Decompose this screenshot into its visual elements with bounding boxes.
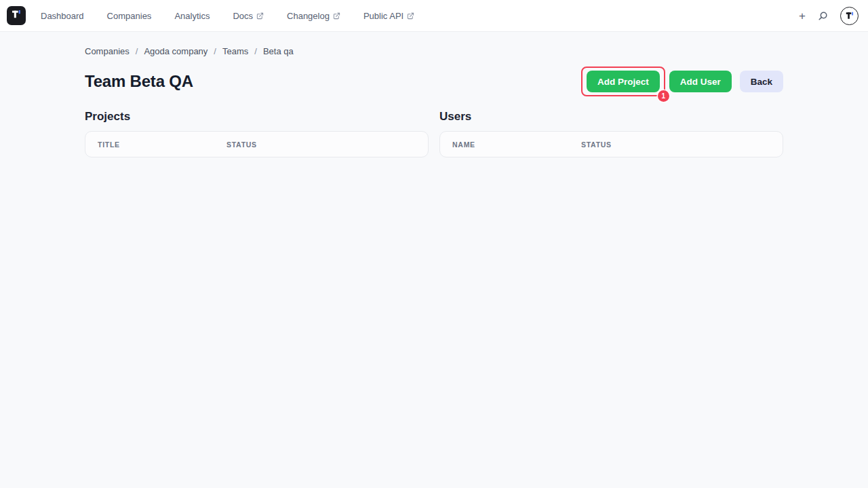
breadcrumb-separator: / [214, 46, 216, 56]
projects-table: TITLE STATUS [85, 131, 429, 157]
user-avatar[interactable] [840, 7, 859, 25]
nav-item-label: Companies [107, 11, 152, 21]
page-title: Team Beta QA [85, 72, 193, 91]
external-link-icon [256, 12, 264, 20]
plus-icon[interactable]: + [799, 10, 806, 22]
add-project-button[interactable]: Add Project [587, 71, 660, 92]
nav-item-label: Docs [233, 11, 253, 21]
nav-item-docs[interactable]: Docs [233, 11, 264, 21]
breadcrumb-beta-qa[interactable]: Beta qa [263, 46, 294, 56]
column-header-title: TITLE [98, 140, 226, 149]
top-nav: Dashboard Companies Analytics Docs Chang… [0, 0, 868, 32]
app-logo[interactable] [7, 6, 26, 25]
column-header-status: STATUS [581, 140, 770, 149]
nav-item-changelog[interactable]: Changelog [287, 11, 340, 21]
nav-item-companies[interactable]: Companies [107, 11, 152, 21]
external-link-icon [407, 12, 414, 20]
breadcrumb-separator: / [136, 46, 138, 56]
add-user-button[interactable]: Add User [669, 71, 732, 92]
annotation-highlight-box: Add Project 1 [581, 67, 665, 96]
page-actions: Add Project 1 Add User Back [581, 67, 783, 96]
search-icon[interactable] [817, 10, 829, 22]
nav-item-label: Public API [363, 11, 403, 21]
breadcrumb: Companies / Agoda company / Teams / Beta… [85, 32, 783, 56]
t-logo-icon [11, 9, 22, 22]
t-logo-icon [845, 11, 854, 20]
projects-section: Projects TITLE STATUS [85, 110, 429, 157]
nav-item-label: Dashboard [41, 11, 84, 21]
users-section: Users NAME STATUS [439, 110, 783, 157]
projects-heading: Projects [85, 110, 429, 124]
breadcrumb-teams[interactable]: Teams [222, 46, 248, 56]
users-table-header: NAME STATUS [440, 132, 783, 157]
users-table: NAME STATUS [439, 131, 783, 157]
top-nav-right: + [799, 7, 859, 25]
users-heading: Users [439, 110, 783, 124]
column-header-status: STATUS [226, 140, 416, 149]
projects-table-header: TITLE STATUS [85, 132, 428, 157]
external-link-icon [333, 12, 340, 20]
annotation-step-badge: 1 [658, 90, 669, 102]
nav-item-dashboard[interactable]: Dashboard [41, 11, 84, 21]
main-content: Companies / Agoda company / Teams / Beta… [85, 32, 783, 157]
back-button[interactable]: Back [740, 71, 783, 92]
breadcrumb-agoda-company[interactable]: Agoda company [144, 46, 208, 56]
nav-item-label: Analytics [174, 11, 210, 21]
nav-item-analytics[interactable]: Analytics [174, 11, 210, 21]
nav-item-label: Changelog [287, 11, 330, 21]
breadcrumb-separator: / [254, 46, 257, 56]
nav-links: Dashboard Companies Analytics Docs Chang… [41, 11, 414, 21]
nav-item-public-api[interactable]: Public API [363, 11, 414, 21]
column-header-name: NAME [452, 140, 581, 149]
breadcrumb-companies[interactable]: Companies [85, 46, 130, 56]
